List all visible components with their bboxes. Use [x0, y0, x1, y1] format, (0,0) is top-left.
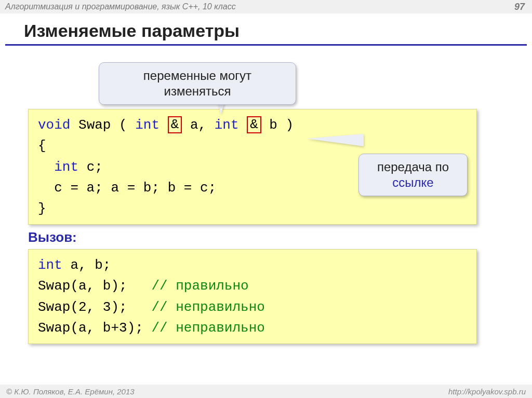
footer-url: http://kpolyakov.spb.ru: [448, 387, 526, 396]
callout-line1: передача по: [377, 160, 449, 174]
comment-incorrect: // неправильно: [151, 299, 264, 315]
kw-int: int: [215, 117, 239, 133]
code-text: Swap (: [70, 117, 135, 133]
page-title: Изменяемые параметры: [5, 13, 527, 46]
comment-correct: // правильно: [151, 278, 248, 294]
callout-ref-word: ссылке: [392, 175, 433, 189]
comment-incorrect: // неправильно: [151, 320, 264, 336]
kw-void: void: [38, 117, 70, 133]
copyright: © К.Ю. Поляков, Е.А. Ерёмин, 2013: [6, 387, 135, 396]
code-block-calls: int a, b; Swap(a, b); // правильно Swap(…: [28, 249, 477, 344]
page-number: 97: [514, 2, 525, 12]
callout-pass-by-ref: передача по ссылке: [358, 154, 468, 196]
callout-vars-can-change: переменные могут изменяться: [99, 62, 296, 105]
call-section-label: Вызов:: [28, 229, 77, 245]
course-title: Алгоритмизация и программирование, язык …: [5, 2, 236, 11]
ref-ampersand-a: &: [168, 116, 182, 133]
code-body: c = a; a = b; b = c;: [38, 180, 216, 196]
header-bar: Алгоритмизация и программирование, язык …: [0, 0, 532, 13]
ref-ampersand-b: &: [247, 116, 261, 133]
kw-int: int: [38, 257, 62, 273]
callout-tail: [307, 134, 364, 146]
footer-bar: © К.Ю. Поляков, Е.А. Ерёмин, 2013 http:/…: [0, 385, 532, 398]
kw-int: int: [135, 117, 159, 133]
kw-int: int: [54, 159, 78, 175]
